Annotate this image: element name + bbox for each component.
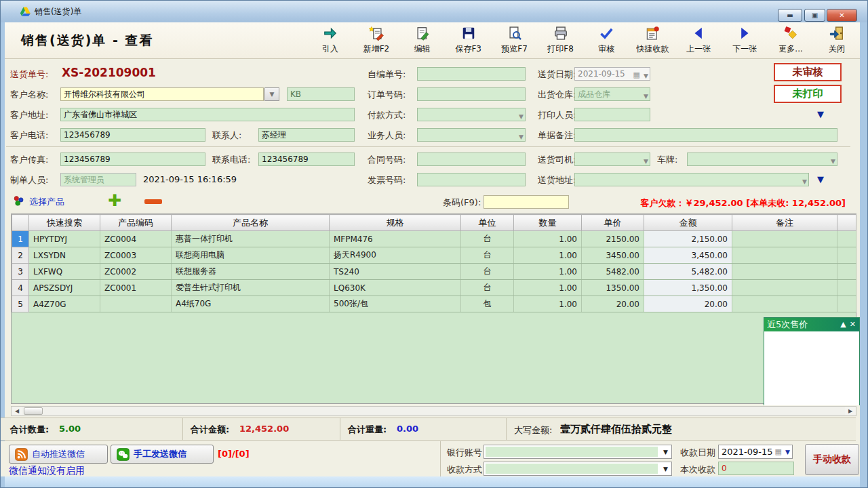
customer-name-field[interactable]: 开博维尔科技有限公司: [60, 87, 264, 101]
dropdown-arrow-icon[interactable]: ▼: [785, 449, 790, 455]
grid-cell[interactable]: 台: [461, 280, 514, 296]
grid-cell[interactable]: 3,450.00: [644, 247, 732, 264]
toolbar-button-previous[interactable]: 上一张: [681, 24, 716, 58]
dropdown-arrow-icon[interactable]: ▼: [663, 449, 668, 455]
table-row[interactable]: 2LXSYDNZC0003联想商用电脑扬天R4900台1.003450.003,…: [12, 247, 856, 264]
grid-cell[interactable]: 包: [461, 296, 514, 312]
grid-cell[interactable]: [732, 280, 837, 296]
grid-cell[interactable]: HPYTDYJ: [29, 231, 100, 247]
grid-cell[interactable]: [732, 231, 837, 247]
dropdown-arrow-icon[interactable]: ▼: [802, 176, 807, 186]
grid-cell[interactable]: A4纸70G: [172, 296, 330, 312]
grid-cell[interactable]: 2150.00: [582, 231, 644, 247]
grid-horizontal-scrollbar[interactable]: ◀ ▶: [11, 406, 856, 416]
dropdown-arrow-icon[interactable]: ▼: [644, 90, 648, 101]
receive-amount-field[interactable]: 0: [718, 462, 794, 475]
grid-cell[interactable]: 1.00: [514, 280, 582, 296]
scroll-right-button[interactable]: ▶: [845, 407, 856, 415]
panel-close-icon[interactable]: ✕: [850, 318, 856, 331]
row-number[interactable]: 3: [12, 264, 29, 280]
grid-cell[interactable]: 台: [461, 247, 514, 264]
contact-tel-field[interactable]: 123456789: [258, 152, 355, 166]
panel-collapse-icon[interactable]: ▲: [840, 318, 846, 331]
row-number[interactable]: 5: [12, 296, 29, 312]
grid-cell[interactable]: 5,482.00: [644, 264, 732, 280]
customer-fax-field[interactable]: 123456789: [60, 152, 205, 166]
grid-cell[interactable]: TS240: [330, 264, 461, 280]
manual-send-wechat-button[interactable]: 手工发送微信: [111, 445, 214, 464]
expand-arrow-icon[interactable]: ▼: [817, 109, 824, 119]
order-code-field[interactable]: [417, 87, 526, 101]
dropdown-arrow-icon[interactable]: ▼: [831, 155, 835, 166]
dropdown-arrow-icon[interactable]: ▼: [519, 110, 524, 121]
grid-cell[interactable]: ZC0003: [100, 247, 172, 264]
minimize-button[interactable]: ▬: [778, 9, 802, 22]
col-price[interactable]: 单价: [582, 215, 644, 231]
auto-push-wechat-button[interactable]: 自动推送微信: [9, 445, 108, 464]
grid-cell[interactable]: ZC0002: [100, 264, 172, 280]
add-row-button[interactable]: ✚: [108, 191, 121, 210]
toolbar-button-preview[interactable]: 预览F7: [497, 24, 532, 58]
recent-price-panel-header[interactable]: 近5次售价 ▲ ✕: [764, 318, 859, 331]
driver-combo[interactable]: ▼: [574, 152, 650, 166]
invoice-no-field[interactable]: [417, 173, 526, 186]
grid-cell[interactable]: 1350.00: [582, 280, 644, 296]
grid-cell[interactable]: 联想服务器: [172, 264, 330, 280]
grid-cell[interactable]: 联想商用电脑: [172, 247, 330, 264]
toolbar-button-edit[interactable]: 编辑: [405, 24, 440, 58]
maximize-button[interactable]: ▣: [804, 9, 825, 22]
delivery-date-field[interactable]: 2021-09-15 ▦ ▼: [574, 67, 650, 81]
warehouse-combo[interactable]: 成品仓库 ▼: [574, 87, 650, 101]
toolbar-button-import[interactable]: 引入: [313, 24, 348, 58]
plate-combo[interactable]: ▼: [687, 152, 837, 166]
grid-cell[interactable]: [732, 296, 837, 312]
grid-cell[interactable]: 1.00: [514, 247, 582, 264]
col-qty[interactable]: 数量: [514, 215, 582, 231]
print-person-field[interactable]: [574, 108, 650, 121]
toolbar-button-close-doc[interactable]: 关闭: [819, 24, 854, 58]
col-note[interactable]: 备注: [732, 215, 837, 231]
contract-no-field[interactable]: [417, 152, 526, 166]
custom-no-field[interactable]: [417, 67, 526, 81]
select-product-link[interactable]: 选择产品: [29, 196, 64, 208]
dropdown-arrow-icon[interactable]: ▼: [644, 70, 648, 81]
col-product-code[interactable]: 产品编码: [100, 215, 172, 231]
grid-cell[interactable]: 爱普生针式打印机: [172, 280, 330, 296]
grid-cell[interactable]: 2,150.00: [644, 231, 732, 247]
grid-cell[interactable]: LQ630K: [330, 280, 461, 296]
table-row[interactable]: 4APSZSDYJZC0001爱普生针式打印机LQ630K台1.001350.0…: [12, 280, 856, 296]
col-product-name[interactable]: 产品名称: [172, 215, 330, 231]
grid-cell[interactable]: ZC0004: [100, 231, 172, 247]
grid-cell[interactable]: 1.00: [514, 231, 582, 247]
grid-cell[interactable]: 20.00: [582, 296, 644, 312]
pay-method-combo[interactable]: ▼: [417, 108, 526, 121]
grid-cell[interactable]: 台: [461, 264, 514, 280]
col-quick-search[interactable]: 快速搜索: [29, 215, 100, 231]
customer-addr-field[interactable]: 广东省佛山市禅城区: [60, 108, 355, 121]
grid-cell[interactable]: APSZSDYJ: [29, 280, 100, 296]
row-number[interactable]: 4: [12, 280, 29, 296]
doc-note-field[interactable]: [574, 128, 837, 142]
grid-cell[interactable]: 500张/包: [330, 296, 461, 312]
table-row[interactable]: 5A4Z70GA4纸70G500张/包包1.0020.0020.00: [12, 296, 856, 312]
barcode-field[interactable]: [484, 195, 569, 209]
col-amount[interactable]: 金额: [644, 215, 732, 231]
grid-cell[interactable]: 惠普一体打印机: [172, 231, 330, 247]
scrollbar-thumb[interactable]: [24, 407, 43, 415]
grid-cell[interactable]: LXFWQ: [29, 264, 100, 280]
grid-cell[interactable]: [732, 264, 837, 280]
dropdown-arrow-icon[interactable]: ▼: [519, 131, 524, 142]
toolbar-button-quick-pay[interactable]: 快捷收款: [635, 24, 670, 58]
grid-cell[interactable]: 20.00: [644, 296, 732, 312]
grid-cell[interactable]: 台: [461, 231, 514, 247]
contact-field[interactable]: 苏经理: [258, 128, 355, 142]
title-bar[interactable]: 销售(送货)单 ▬ ▣ ✕: [1, 1, 868, 22]
customer-name-dropdown-button[interactable]: ▼: [264, 87, 279, 101]
dropdown-arrow-icon[interactable]: ▼: [663, 466, 668, 472]
receive-method-combo[interactable]: ▼: [484, 462, 672, 476]
manual-receive-button[interactable]: 手动收款: [805, 444, 859, 475]
salesman-combo[interactable]: ▼: [417, 128, 526, 142]
expand-arrow-icon[interactable]: ▼: [817, 174, 824, 184]
toolbar-button-new[interactable]: 新增F2: [359, 24, 394, 58]
grid-cell[interactable]: [732, 247, 837, 264]
